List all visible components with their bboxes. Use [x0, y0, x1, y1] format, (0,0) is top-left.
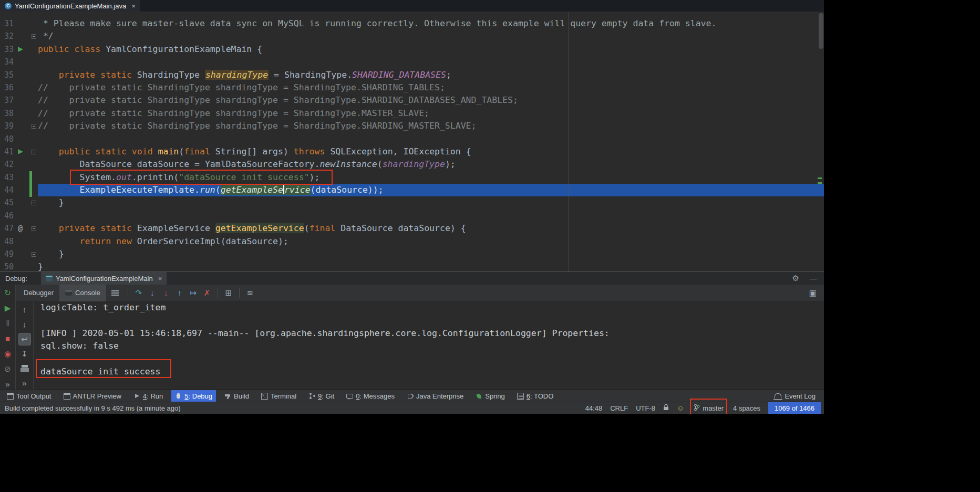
fold-toggle-icon[interactable]	[32, 201, 36, 205]
gutter[interactable]	[14, 30, 38, 43]
editor-tab[interactable]: C YamlConfigurationExampleMain.java ×	[0, 0, 140, 12]
toolwindow-button-build[interactable]: Build	[221, 390, 253, 402]
evaluate-expression-icon[interactable]: ⊞	[222, 288, 235, 298]
fold-toggle-icon[interactable]	[32, 252, 36, 257]
indent-widget[interactable]: 4 spaces	[733, 404, 760, 412]
toolwindow-button-java-enterprise[interactable]: Java Enterprise	[403, 390, 467, 402]
code-line-45[interactable]: 45 }	[0, 196, 824, 209]
gutter[interactable]	[14, 81, 38, 94]
caret-position-widget[interactable]: 44:48	[585, 404, 603, 412]
console-output[interactable]: logicTable: t_order_item[INFO ] 2020-05-…	[34, 301, 824, 390]
code-editor[interactable]: 31 * Please make sure master-slave data …	[0, 12, 824, 271]
code-line-32[interactable]: 32 */	[0, 30, 824, 43]
run-button-icon[interactable]	[18, 149, 23, 154]
rerun-debug-icon[interactable]: ↻	[2, 287, 14, 299]
debug-session-close-icon[interactable]: ×	[158, 275, 162, 282]
force-step-into-icon[interactable]: ↓	[159, 288, 173, 297]
more-console-actions-icon[interactable]: »	[19, 378, 30, 389]
code-line-46[interactable]: 46	[0, 210, 824, 222]
step-out-icon[interactable]: ↑	[173, 288, 187, 297]
git-branch-widget[interactable]: master	[692, 402, 725, 414]
fold-toggle-icon[interactable]	[32, 226, 36, 231]
line-ending-widget[interactable]: CRLF	[610, 404, 628, 412]
toolwindow-button-run[interactable]: 4: Run	[130, 390, 167, 402]
step-into-icon[interactable]: ↓	[146, 288, 159, 297]
gutter[interactable]	[14, 17, 38, 30]
navigate-up-icon[interactable]: ↑	[19, 304, 30, 316]
toolwindow-button-antlr-preview[interactable]: ANTLR Preview	[60, 390, 125, 402]
debug-tab-debugger[interactable]: Debugger	[18, 285, 59, 301]
debug-session-tab[interactable]: YamlConfigurationExampleMain ×	[41, 272, 167, 285]
code-line-31[interactable]: 31 * Please make sure master-slave data …	[0, 17, 824, 30]
fold-toggle-icon[interactable]	[32, 124, 36, 129]
gutter[interactable]	[14, 248, 38, 260]
tab-close-icon[interactable]: ×	[131, 2, 136, 10]
code-line-34[interactable]: 34	[0, 56, 824, 68]
gutter[interactable]	[14, 171, 38, 184]
gutter[interactable]	[14, 69, 38, 81]
run-to-cursor-icon[interactable]: ↦	[187, 288, 200, 298]
console-settings-icon[interactable]: ≋	[243, 288, 257, 298]
code-line-36[interactable]: 36// private static ShardingType shardin…	[0, 81, 824, 94]
fold-toggle-icon[interactable]	[32, 34, 36, 39]
scroll-to-end-icon[interactable]: ↧	[19, 348, 30, 360]
gutter[interactable]	[14, 196, 38, 209]
build-status-message[interactable]: Build completed successfully in 9 s 492 …	[5, 404, 181, 412]
code-line-42[interactable]: 42 DataSource dataSource = YamlDataSourc…	[0, 158, 824, 171]
step-over-icon[interactable]: ↷	[132, 288, 146, 298]
restore-layout-icon[interactable]: ▣	[809, 288, 817, 298]
lock-icon[interactable]	[663, 404, 669, 412]
code-line-38[interactable]: 38// private static ShardingType shardin…	[0, 107, 824, 120]
run-button-icon[interactable]	[18, 47, 23, 52]
pause-program-icon[interactable]: ‖	[2, 318, 14, 329]
code-line-33[interactable]: 33public class YamlConfigurationExampleM…	[0, 43, 824, 56]
soft-wrap-icon[interactable]: ↩	[19, 333, 30, 345]
gutter[interactable]	[14, 184, 38, 196]
code-line-37[interactable]: 37// private static ShardingType shardin…	[0, 94, 824, 107]
code-line-39[interactable]: 39// private static ShardingType shardin…	[0, 120, 824, 132]
gutter[interactable]	[14, 120, 38, 132]
event-log-button[interactable]: Event Log	[785, 392, 816, 400]
gutter[interactable]	[14, 260, 38, 271]
error-stripe-mark[interactable]	[818, 182, 822, 184]
code-line-44[interactable]: 44 ExampleExecuteTemplate.run(getExample…	[0, 184, 824, 196]
gutter[interactable]	[14, 133, 38, 145]
editor-scrollbar[interactable]	[819, 13, 823, 49]
toolwindow-button-tool-output[interactable]: Tool Output	[3, 390, 55, 402]
toolwindow-button-spring[interactable]: Spring	[472, 390, 509, 402]
print-icon[interactable]	[19, 363, 30, 374]
toolwindow-button-git[interactable]: 9: Git	[305, 390, 338, 402]
toolwindow-button-messages[interactable]: 0: Messages	[343, 390, 398, 402]
gutter[interactable]	[14, 235, 38, 248]
code-line-50[interactable]: 50}	[0, 260, 824, 271]
gutter[interactable]	[14, 56, 38, 68]
code-line-40[interactable]: 40	[0, 133, 824, 145]
error-stripe-mark[interactable]	[818, 177, 822, 179]
code-line-41[interactable]: 41 public static void main(final String[…	[0, 145, 824, 158]
gutter[interactable]	[14, 107, 38, 120]
fold-toggle-icon[interactable]	[32, 150, 36, 154]
code-line-47[interactable]: 47@ private static ExampleService getExa…	[0, 222, 824, 235]
gutter[interactable]	[14, 94, 38, 107]
navigate-down-icon[interactable]: ↓	[19, 319, 30, 330]
memory-indicator[interactable]: 1069 of 1466	[768, 402, 821, 414]
more-actions-icon[interactable]: »	[2, 379, 14, 390]
notification-icon[interactable]: ☺	[677, 404, 684, 412]
mute-breakpoints-icon[interactable]: ⊘	[2, 363, 14, 375]
stop-program-icon[interactable]: ■	[2, 333, 14, 344]
toolwindow-button-todo[interactable]: 6: TODO	[513, 390, 558, 402]
code-line-43[interactable]: 43 System.out.println("dataSource init s…	[0, 171, 824, 184]
gutter[interactable]	[14, 43, 38, 56]
code-line-35[interactable]: 35 private static ShardingType shardingT…	[0, 69, 824, 81]
minimize-icon[interactable]: —	[810, 275, 817, 282]
gutter[interactable]	[14, 210, 38, 222]
code-line-48[interactable]: 48 return new OrderServiceImpl(dataSourc…	[0, 235, 824, 248]
hamburger-menu-icon[interactable]	[111, 290, 119, 296]
toolwindow-button-terminal[interactable]: Terminal	[257, 390, 300, 402]
gutter[interactable]	[14, 145, 38, 158]
debug-tab-console[interactable]: Console	[59, 285, 106, 301]
drop-frame-icon[interactable]: ✗	[200, 288, 214, 298]
resume-program-icon[interactable]: ▶	[2, 302, 14, 314]
gutter[interactable]	[14, 158, 38, 171]
settings-gear-icon[interactable]: ⚙	[792, 274, 799, 283]
